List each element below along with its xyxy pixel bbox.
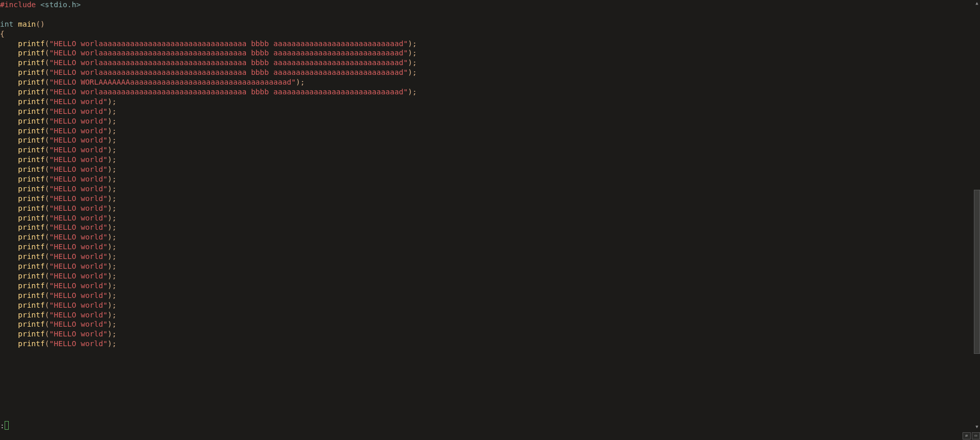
- scroll-up-arrow-icon[interactable]: ▲: [974, 0, 980, 6]
- func-printf: printf: [18, 262, 45, 270]
- paren-close-semi: );: [108, 127, 117, 135]
- code-line[interactable]: printf("HELLO world");: [0, 97, 974, 107]
- paren-open: (: [45, 320, 49, 328]
- func-printf: printf: [18, 320, 45, 328]
- paren-open: (: [45, 146, 49, 154]
- vertical-scrollbar[interactable]: ▲ ▼: [974, 0, 980, 440]
- paren-open: (: [45, 78, 49, 86]
- code-line[interactable]: [0, 10, 974, 19]
- code-line[interactable]: printf("HELLO world");: [0, 232, 974, 242]
- code-line[interactable]: printf("HELLO world");: [0, 319, 974, 329]
- code-line[interactable]: printf("HELLO world");: [0, 194, 974, 204]
- code-line[interactable]: printf("HELLO world");: [0, 204, 974, 213]
- code-line[interactable]: printf("HELLO world");: [0, 107, 974, 116]
- paren-open: (: [45, 58, 49, 67]
- paren-open: (: [45, 233, 49, 241]
- code-line[interactable]: printf("HELLO world");: [0, 262, 974, 271]
- paren-open: (: [45, 252, 49, 261]
- string-literal: "HELLO world": [49, 320, 108, 328]
- code-line[interactable]: printf("HELLO world");: [0, 252, 974, 262]
- paren-open: (: [45, 68, 49, 76]
- paren-open: (: [45, 127, 49, 135]
- func-printf: printf: [18, 243, 45, 251]
- scrollbar-thumb[interactable]: [974, 190, 980, 354]
- code-line[interactable]: printf("HELLO worlaaaaaaaaaaaaaaaaaaaaaa…: [0, 87, 974, 97]
- code-line[interactable]: printf("HELLO worlaaaaaaaaaaaaaaaaaaaaaa…: [0, 58, 974, 68]
- paren-open: (: [45, 243, 49, 251]
- paren-close-semi: );: [108, 301, 117, 309]
- code-line[interactable]: printf("HELLO worlaaaaaaaaaaaaaaaaaaaaaa…: [0, 39, 974, 49]
- func-printf: printf: [18, 194, 45, 203]
- code-line[interactable]: printf("HELLO world");: [0, 242, 974, 252]
- paren-open: (: [45, 330, 49, 338]
- paren-open: (: [45, 223, 49, 231]
- paren-close-semi: );: [408, 39, 416, 48]
- preproc-include: #include: [0, 1, 41, 9]
- code-line[interactable]: printf("HELLO WORLAAAAAAAaaaaaaaaaaaaaaa…: [0, 77, 974, 87]
- paren-close-semi: );: [108, 97, 117, 106]
- func-printf: printf: [18, 136, 45, 144]
- tray-button-2[interactable]: ▭: [972, 432, 980, 439]
- code-line[interactable]: {: [0, 29, 974, 39]
- paren-open: (: [45, 291, 49, 299]
- func-printf: printf: [18, 185, 45, 193]
- code-line[interactable]: int main(): [0, 19, 974, 29]
- paren-close-semi: );: [108, 223, 117, 231]
- code-line[interactable]: printf("HELLO world");: [0, 145, 974, 155]
- code-line[interactable]: printf("HELLO world");: [0, 223, 974, 232]
- func-printf: printf: [18, 233, 45, 241]
- paren-close-semi: );: [108, 339, 117, 348]
- paren-close-semi: );: [108, 175, 117, 183]
- func-printf: printf: [18, 175, 45, 183]
- code-line[interactable]: printf("HELLO world");: [0, 301, 974, 310]
- string-literal: "HELLO worlaaaaaaaaaaaaaaaaaaaaaaaaaaaaa…: [49, 39, 408, 48]
- command-prompt: :: [0, 422, 5, 430]
- string-literal: "HELLO world": [49, 223, 108, 231]
- code-line[interactable]: printf("HELLO world");: [0, 174, 974, 184]
- string-literal: "HELLO world": [49, 282, 108, 290]
- code-line[interactable]: printf("HELLO world");: [0, 155, 974, 165]
- paren-open: (: [45, 262, 49, 270]
- paren-close-semi: );: [108, 146, 117, 154]
- func-printf: printf: [18, 97, 45, 106]
- code-line[interactable]: printf("HELLO world");: [0, 329, 974, 339]
- open-brace: {: [0, 30, 5, 38]
- code-editor[interactable]: #include <stdio.h>int main(){ printf("HE…: [0, 0, 974, 440]
- string-literal: "HELLO world": [49, 185, 108, 193]
- func-printf: printf: [18, 291, 45, 299]
- code-line[interactable]: printf("HELLO world");: [0, 291, 974, 301]
- func-printf: printf: [18, 107, 45, 115]
- func-printf: printf: [18, 155, 45, 164]
- string-literal: "HELLO world": [49, 214, 108, 222]
- paren-close-semi: );: [108, 214, 117, 222]
- code-line[interactable]: printf("HELLO world");: [0, 271, 974, 281]
- code-line[interactable]: printf("HELLO world");: [0, 213, 974, 223]
- code-line[interactable]: printf("HELLO world");: [0, 126, 974, 136]
- code-line[interactable]: printf("HELLO world");: [0, 281, 974, 291]
- func-printf: printf: [18, 88, 45, 96]
- paren-close-semi: );: [108, 311, 117, 319]
- code-line[interactable]: printf("HELLO worlaaaaaaaaaaaaaaaaaaaaaa…: [0, 68, 974, 77]
- code-line[interactable]: printf("HELLO world");: [0, 165, 974, 174]
- code-line[interactable]: printf("HELLO worlaaaaaaaaaaaaaaaaaaaaaa…: [0, 48, 974, 58]
- func-printf: printf: [18, 68, 45, 76]
- scroll-down-arrow-icon[interactable]: ▼: [974, 424, 980, 430]
- paren-close-semi: );: [108, 165, 117, 173]
- func-printf: printf: [18, 282, 45, 290]
- code-line[interactable]: #include <stdio.h>: [0, 0, 974, 10]
- tray-button-1[interactable]: ⇄: [963, 432, 971, 439]
- code-line[interactable]: printf("HELLO world");: [0, 116, 974, 126]
- string-literal: "HELLO world": [49, 155, 108, 164]
- paren-open: (: [45, 117, 49, 125]
- func-printf: printf: [18, 311, 45, 319]
- command-cursor: [5, 421, 9, 430]
- code-line[interactable]: printf("HELLO world");: [0, 339, 974, 349]
- code-line[interactable]: printf("HELLO world");: [0, 310, 974, 320]
- paren-close-semi: );: [108, 233, 117, 241]
- func-printf: printf: [18, 339, 45, 348]
- code-line[interactable]: printf("HELLO world");: [0, 184, 974, 194]
- code-line[interactable]: printf("HELLO world");: [0, 135, 974, 145]
- paren-open: (: [45, 97, 49, 106]
- paren-close-semi: );: [408, 88, 416, 96]
- command-line[interactable]: :: [0, 421, 9, 431]
